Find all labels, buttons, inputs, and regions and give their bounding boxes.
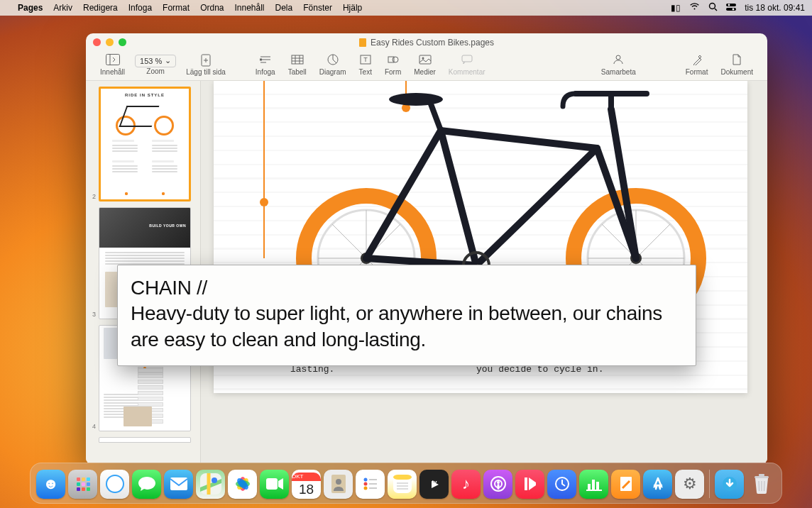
dock-launchpad[interactable]: [68, 470, 97, 499]
shape-icon: [388, 54, 399, 68]
svg-rect-3: [726, 8, 736, 11]
page-thumbnail-2[interactable]: RIDE IN STYLE: [99, 87, 191, 201]
svg-point-54: [389, 93, 443, 106]
dock-separator: [709, 470, 710, 498]
menu-dela[interactable]: Dela: [275, 3, 293, 13]
svg-point-24: [393, 57, 398, 62]
control-center-icon[interactable]: [726, 3, 736, 13]
dock-maps[interactable]: [196, 470, 225, 499]
dock-system-settings[interactable]: ⚙: [675, 470, 704, 499]
spotlight-icon[interactable]: [708, 2, 718, 13]
titlebar: Easy Rides Custom Bikes.pages: [86, 33, 767, 51]
svg-line-1: [715, 9, 717, 11]
toolbar-chart[interactable]: Diagram: [314, 51, 352, 78]
dock-reminders[interactable]: [356, 470, 385, 499]
menu-arkiv[interactable]: Arkiv: [53, 3, 72, 13]
svg-line-49: [611, 109, 636, 258]
dock-tv[interactable]: tv: [419, 470, 449, 499]
dock-downloads[interactable]: [715, 470, 744, 499]
svg-rect-109: [755, 476, 769, 478]
svg-rect-99: [497, 484, 499, 490]
svg-point-0: [710, 4, 715, 9]
svg-point-85: [363, 487, 367, 490]
svg-rect-60: [82, 482, 85, 486]
datetime[interactable]: tis 18 okt. 09:41: [745, 3, 805, 13]
toolbar: Innehåll 153 % ⌄ Zoom Lägg till sida Inf…: [86, 51, 767, 81]
collaborate-icon: [612, 54, 625, 68]
svg-rect-71: [170, 477, 187, 490]
menu-hjalp[interactable]: Hjälp: [343, 3, 362, 13]
dock-facetime[interactable]: [260, 470, 289, 499]
svg-point-28: [616, 55, 620, 60]
toolbar-document[interactable]: Dokument: [715, 51, 759, 78]
svg-rect-62: [77, 487, 80, 491]
svg-rect-57: [82, 477, 85, 481]
svg-rect-59: [77, 482, 80, 486]
dock-mail[interactable]: [164, 470, 193, 499]
format-icon: [692, 54, 702, 68]
dock-screentime[interactable]: [547, 470, 576, 499]
toolbar-zoom[interactable]: 153 % ⌄ Zoom: [132, 51, 179, 78]
dock-safari[interactable]: [100, 470, 129, 499]
svg-rect-104: [592, 480, 595, 490]
battery-icon[interactable]: ▮▯: [671, 3, 681, 13]
svg-rect-64: [87, 487, 90, 491]
svg-line-53: [430, 102, 441, 131]
dock-notes[interactable]: [388, 470, 417, 499]
toolbar-text[interactable]: T Text: [353, 51, 378, 78]
svg-point-26: [422, 57, 424, 59]
toolbar-insert[interactable]: Infoga: [250, 51, 281, 78]
toolbar-collaborate[interactable]: Samarbeta: [596, 51, 642, 78]
svg-text:T: T: [363, 56, 368, 63]
add-page-icon: [200, 54, 212, 68]
toolbar-view-label: Innehåll: [100, 68, 125, 76]
svg-rect-63: [82, 487, 85, 491]
svg-marker-101: [529, 477, 536, 490]
document-title[interactable]: Easy Rides Custom Bikes.pages: [86, 38, 767, 48]
toolbar-chart-label: Diagram: [319, 68, 346, 76]
dock-podcasts[interactable]: [483, 470, 512, 499]
comment-icon: [461, 54, 473, 68]
document-icon: [359, 38, 366, 47]
toolbar-shape-label: Form: [385, 68, 401, 76]
popup-body: Heavy-duty to super light, or anywhere i…: [131, 301, 683, 353]
svg-marker-79: [278, 478, 283, 490]
svg-point-84: [363, 482, 367, 486]
menu-infoga[interactable]: Infoga: [128, 3, 152, 13]
dock-finder[interactable]: ☻: [36, 470, 65, 499]
toolbar-collaborate-label: Samarbeta: [601, 68, 636, 76]
app-name[interactable]: Pages: [18, 3, 43, 13]
toolbar-comment[interactable]: Kommentar: [443, 51, 491, 78]
svg-rect-6: [106, 54, 119, 65]
dock-trash[interactable]: [747, 470, 776, 499]
toolbar-format[interactable]: Format: [680, 51, 714, 78]
menu-fonster[interactable]: Fönster: [303, 3, 332, 13]
dock-numbers[interactable]: [579, 470, 608, 499]
svg-point-81: [336, 479, 341, 485]
toolbar-shape[interactable]: Form: [379, 51, 407, 78]
wifi-icon[interactable]: [689, 3, 700, 13]
zoom-value[interactable]: 153 % ⌄: [135, 55, 176, 67]
menu-redigera[interactable]: Redigera: [83, 3, 118, 13]
page-number: 2: [90, 193, 96, 201]
menu-ordna[interactable]: Ordna: [200, 3, 224, 13]
svg-rect-58: [87, 477, 90, 481]
page-thumbnail-5[interactable]: [99, 437, 191, 443]
dock-messages[interactable]: [132, 470, 161, 499]
dock-music[interactable]: ♪: [451, 470, 481, 499]
dock-pages[interactable]: [611, 470, 640, 499]
toolbar-add-page[interactable]: Lägg till sida: [180, 51, 231, 78]
menubar: Pages Arkiv Redigera Infoga Format Ordna…: [0, 0, 812, 16]
dock-news[interactable]: [515, 470, 544, 499]
toolbar-table[interactable]: Tabell: [282, 51, 312, 78]
dock-contacts[interactable]: [324, 470, 353, 499]
menu-format[interactable]: Format: [163, 3, 190, 13]
dock-calendar[interactable]: OKT 18: [292, 470, 321, 499]
toolbar-media[interactable]: Medier: [408, 51, 441, 78]
toolbar-view[interactable]: Innehåll: [94, 51, 131, 78]
dock-photos[interactable]: [228, 470, 257, 499]
svg-line-113: [764, 481, 764, 491]
menu-innehall[interactable]: Innehåll: [234, 3, 264, 13]
pages-window: Easy Rides Custom Bikes.pages Innehåll 1…: [86, 33, 767, 465]
dock-appstore[interactable]: [643, 470, 672, 499]
